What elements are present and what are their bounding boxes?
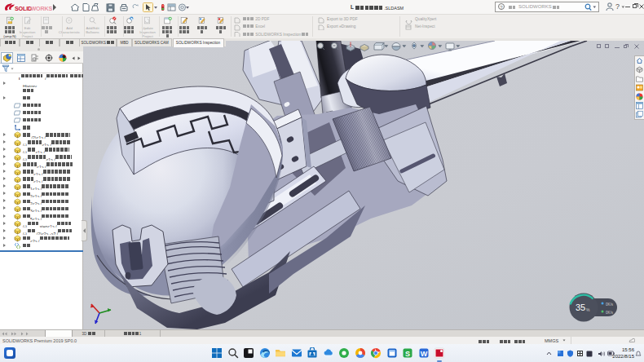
svg-text:0K/s: 0K/s — [606, 302, 614, 307]
svg-text:35: 35 — [576, 302, 585, 312]
svg-text:%: % — [586, 307, 590, 312]
svg-text:SOLID: SOLID — [15, 5, 32, 12]
svg-text:0K/s: 0K/s — [606, 311, 614, 315]
svg-text:W: W — [420, 350, 427, 358]
svg-text:S: S — [405, 350, 410, 358]
svg-text:WORKS: WORKS — [31, 5, 53, 12]
